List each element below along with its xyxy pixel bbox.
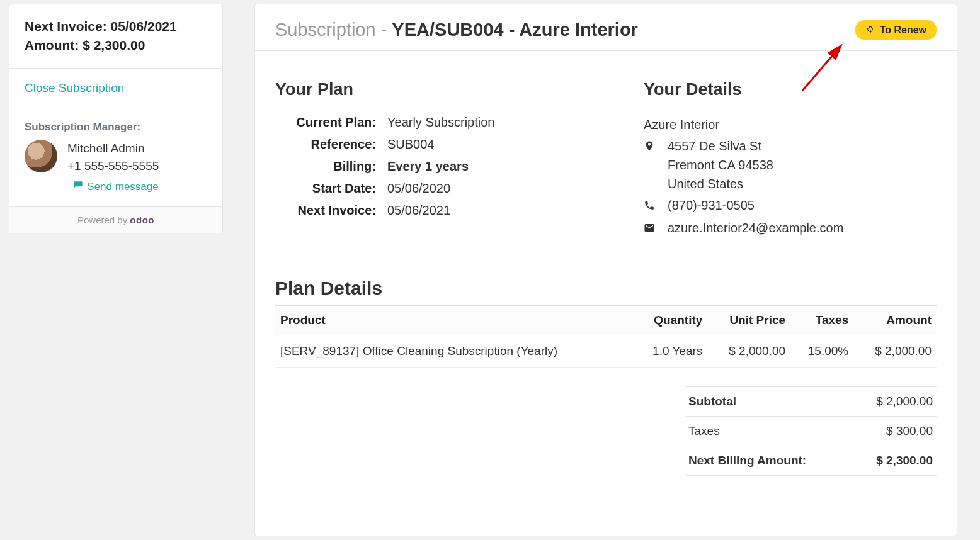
address-city: Fremont CA 94538 — [668, 155, 773, 174]
cell-taxes: 15.00% — [790, 335, 853, 368]
plan-grid: Current Plan: Yearly Subscription Refere… — [275, 115, 568, 218]
manager-phone: +1 555-555-5555 — [67, 157, 159, 176]
total-label: Taxes — [688, 424, 720, 438]
total-value: $ 300.00 — [886, 424, 933, 438]
totals-row: Next Billing Amount: $ 2,300.00 — [685, 446, 937, 476]
col-amount: Amount — [853, 306, 937, 335]
plan-row-value: SUB004 — [387, 137, 568, 152]
subscription-card: Subscription - YEA/SUB004 - Azure Interi… — [254, 4, 957, 536]
totals-row: Subtotal $ 2,000.00 — [685, 386, 937, 416]
refresh-icon — [865, 24, 875, 36]
to-renew-badge[interactable]: To Renew — [855, 20, 937, 40]
phone-value: (870)-931-0505 — [668, 196, 755, 215]
your-plan-section: Your Plan Current Plan: Yearly Subscript… — [275, 80, 568, 239]
email-value: azure.Interior24@example.com — [668, 218, 843, 237]
col-quantity: Quantity — [633, 306, 708, 335]
plan-row-label: Current Plan: — [275, 115, 376, 130]
address-country: United States — [668, 174, 773, 193]
avatar — [25, 140, 57, 172]
plan-row-value: 05/06/2020 — [387, 181, 568, 196]
your-details-section: Your Details Azure Interior 4557 De Silv… — [644, 80, 937, 239]
plan-row-label: Next Invoice: — [275, 203, 376, 218]
total-label: Subtotal — [688, 395, 736, 408]
total-label: Next Billing Amount: — [688, 454, 806, 468]
invoice-summary: Next Invoice: 05/06/2021 Amount: $ 2,300… — [9, 4, 222, 69]
close-subscription-link[interactable]: Close Subscription — [25, 81, 124, 94]
title-prefix: Subscription - — [275, 20, 392, 40]
plan-row-value: Every 1 years — [387, 159, 568, 174]
plan-row-value: Yearly Subscription — [387, 115, 568, 130]
sidebar: Next Invoice: 05/06/2021 Amount: $ 2,300… — [9, 4, 223, 233]
plan-row-label: Billing: — [275, 159, 376, 174]
total-value: $ 2,000.00 — [876, 395, 933, 408]
total-value: $ 2,300.00 — [876, 454, 933, 468]
page-title: Subscription - YEA/SUB004 - Azure Interi… — [275, 20, 638, 40]
envelope-icon — [644, 218, 658, 239]
title-text: YEA/SUB004 - Azure Interior — [392, 20, 638, 40]
totals-row: Taxes $ 300.00 — [685, 416, 937, 446]
plan-row-label: Start Date: — [275, 181, 376, 196]
plan-row-label: Reference: — [275, 137, 376, 152]
your-plan-title: Your Plan — [275, 80, 568, 106]
renew-label: To Renew — [880, 25, 926, 36]
cell-amount: $ 2,000.00 — [853, 335, 937, 368]
powered-by: Powered by odoo — [9, 207, 222, 233]
amount-label: Amount: — [25, 38, 79, 52]
plan-row-value: 05/06/2021 — [387, 203, 568, 218]
chat-icon — [73, 181, 83, 194]
your-details-title: Your Details — [644, 80, 937, 106]
send-message-label: Send message — [87, 181, 158, 193]
col-product: Product — [275, 306, 633, 335]
manager-name: Mitchell Admin — [67, 140, 159, 158]
next-invoice-label: Next Invoice: — [25, 19, 107, 33]
brand-logo: odoo — [130, 215, 154, 225]
plan-details-title: Plan Details — [275, 278, 937, 299]
col-taxes: Taxes — [790, 306, 853, 335]
address-street: 4557 De Silva St — [668, 137, 773, 155]
company-name: Azure Interior — [644, 115, 937, 134]
next-invoice-value: 05/06/2021 — [111, 19, 177, 33]
amount-value: $ 2,300.00 — [83, 38, 145, 52]
cell-product: [SERV_89137] Office Cleaning Subscriptio… — [275, 335, 633, 368]
table-row: [SERV_89137] Office Cleaning Subscriptio… — [275, 335, 937, 368]
products-table: Product Quantity Unit Price Taxes Amount… — [275, 305, 937, 368]
map-pin-icon — [644, 137, 658, 157]
manager-section: Subscription Manager: Mitchell Admin +1 … — [9, 108, 222, 207]
close-subscription-section: Close Subscription — [9, 69, 222, 108]
send-message-link[interactable]: Send message — [25, 181, 207, 194]
card-header: Subscription - YEA/SUB004 - Azure Interi… — [255, 4, 957, 51]
col-unit-price: Unit Price — [707, 306, 790, 335]
cell-unit-price: $ 2,000.00 — [707, 335, 790, 368]
phone-icon — [644, 196, 658, 216]
totals: Subtotal $ 2,000.00 Taxes $ 300.00 Next … — [685, 386, 937, 476]
cell-quantity: 1.0 Years — [633, 335, 708, 368]
manager-label: Subscription Manager: — [25, 121, 207, 133]
